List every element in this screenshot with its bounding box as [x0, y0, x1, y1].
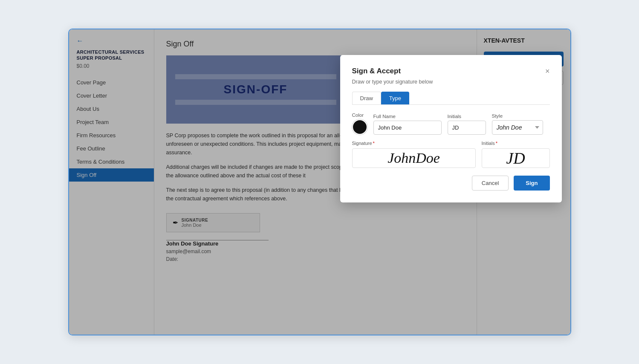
- modal-close-button[interactable]: ×: [545, 67, 550, 75]
- signature-row: Signature * JohnDoe Initials * JD: [352, 141, 550, 168]
- full-name-input[interactable]: [373, 121, 442, 135]
- modal-overlay: Sign & Accept × Draw or type your signat…: [69, 29, 570, 335]
- modal-title: Sign & Accept: [352, 67, 401, 75]
- initials-required-star: *: [496, 141, 497, 146]
- signature-required-star: *: [373, 141, 375, 146]
- sign-accept-modal: Sign & Accept × Draw or type your signat…: [340, 55, 562, 202]
- style-select[interactable]: John Doe: [492, 120, 543, 135]
- style-label: Style: [492, 113, 543, 118]
- style-group: Style John Doe: [492, 113, 543, 135]
- form-row-main: Color Full Name Initials Style John Doe: [352, 113, 550, 135]
- signature-box-label: Signature *: [352, 141, 476, 146]
- cancel-button[interactable]: Cancel: [472, 176, 509, 191]
- modal-tab-row: Draw Type: [352, 92, 550, 105]
- signature-col: Signature * JohnDoe: [352, 141, 476, 168]
- color-group: Color: [352, 113, 367, 135]
- color-swatch[interactable]: [352, 119, 367, 135]
- initials-preview-text: JD: [506, 149, 525, 168]
- initials-box-label: Initials *: [482, 141, 550, 146]
- color-label: Color: [352, 113, 367, 118]
- app-window: ← ARCHITECTURAL SERVICES SUPER PROPOSAL …: [68, 29, 571, 335]
- tab-draw[interactable]: Draw: [352, 92, 381, 104]
- modal-header: Sign & Accept ×: [352, 67, 550, 75]
- initials-group: Initials: [448, 114, 486, 135]
- initials-input[interactable]: [448, 121, 486, 135]
- tab-type[interactable]: Type: [381, 92, 409, 104]
- initials-label: Initials: [448, 114, 486, 119]
- modal-subtitle: Draw or type your signature below: [352, 79, 550, 85]
- sign-button[interactable]: Sign: [514, 176, 549, 191]
- initials-preview-box[interactable]: JD: [482, 148, 550, 168]
- initials-col: Initials * JD: [482, 141, 550, 168]
- modal-footer: Cancel Sign: [352, 176, 550, 191]
- full-name-group: Full Name: [373, 114, 442, 135]
- signature-preview-box[interactable]: JohnDoe: [352, 148, 476, 168]
- full-name-label: Full Name: [373, 114, 442, 119]
- signature-preview-text: JohnDoe: [387, 150, 440, 166]
